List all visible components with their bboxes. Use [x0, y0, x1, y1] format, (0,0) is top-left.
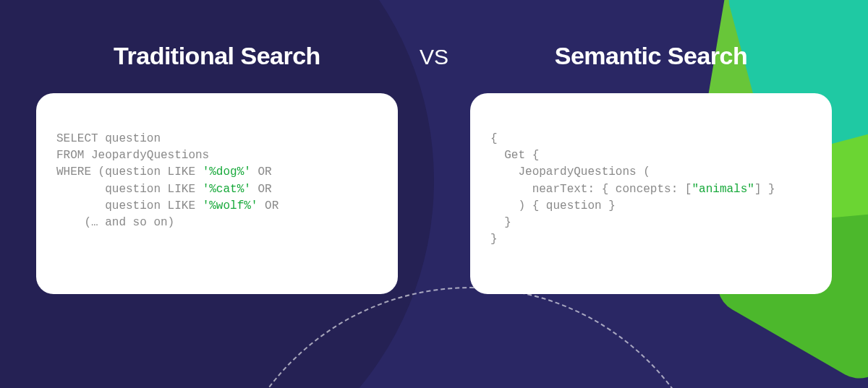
comparison-container: Traditional Search SELECT question FROM … — [0, 0, 868, 294]
code-line: Get { — [490, 149, 539, 162]
code-line: } — [490, 233, 498, 246]
code-line: } — [490, 216, 511, 229]
code-highlight: '%cat%' — [203, 183, 251, 196]
sql-code-block: SELECT question FROM JeopardyQuestions W… — [56, 131, 378, 231]
code-line: question LIKE — [56, 183, 203, 196]
code-line: question LIKE — [56, 199, 203, 212]
code-line: ) { question } — [490, 199, 616, 212]
code-line: { — [490, 132, 498, 145]
semantic-search-title: Semantic Search — [555, 42, 748, 70]
semantic-search-column: Semantic Search { Get { JeopardyQuestion… — [470, 42, 832, 294]
semantic-search-panel: { Get { JeopardyQuestions ( nearText: { … — [470, 93, 832, 294]
graphql-code-block: { Get { JeopardyQuestions ( nearText: { … — [490, 131, 812, 248]
code-line: nearText: { concepts: [ — [490, 183, 692, 196]
code-line: JeopardyQuestions ( — [490, 165, 650, 178]
traditional-search-panel: SELECT question FROM JeopardyQuestions W… — [36, 93, 398, 294]
code-line: (… and so on) — [56, 216, 174, 229]
code-line: OR — [251, 183, 272, 196]
code-highlight: '%wolf%' — [203, 199, 258, 212]
code-line: ] } — [754, 183, 775, 196]
code-highlight: "animals" — [692, 183, 754, 196]
code-line: WHERE (question LIKE — [56, 165, 203, 178]
traditional-search-column: Traditional Search SELECT question FROM … — [36, 42, 398, 294]
traditional-search-title: Traditional Search — [114, 42, 320, 70]
vs-label: VS — [420, 45, 448, 69]
code-highlight: '%dog%' — [203, 165, 251, 178]
code-line: OR — [251, 165, 272, 178]
code-line: OR — [258, 199, 278, 212]
code-line: SELECT question — [56, 132, 161, 145]
code-line: FROM JeopardyQuestions — [56, 149, 209, 162]
